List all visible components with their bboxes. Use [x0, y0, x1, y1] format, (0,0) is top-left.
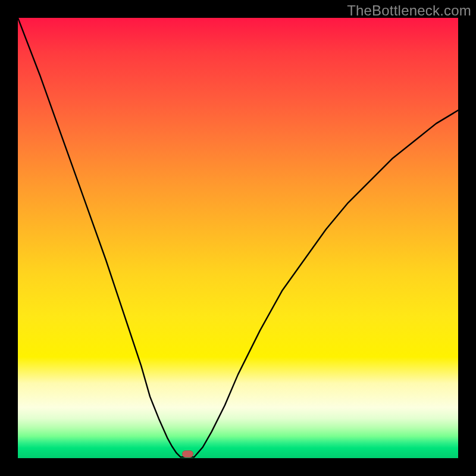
bottom-marker [182, 450, 193, 458]
curve-path [18, 18, 458, 458]
plot-area [18, 18, 458, 458]
curve-overlay [18, 18, 458, 458]
outer-frame: TheBottleneck.com [0, 0, 476, 476]
watermark-text: TheBottleneck.com [347, 2, 471, 19]
